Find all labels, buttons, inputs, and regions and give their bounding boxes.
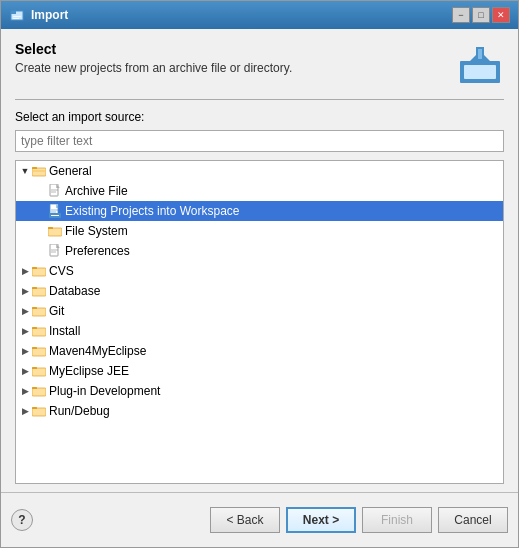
header-section: Select Create new projects from an archi… <box>15 41 504 89</box>
svg-rect-30 <box>32 288 46 296</box>
footer-left: ? <box>11 509 33 531</box>
svg-rect-40 <box>32 388 46 396</box>
tree-label-general: General <box>49 164 92 178</box>
tree-icon-install <box>32 325 46 337</box>
maximize-button[interactable]: □ <box>472 7 490 23</box>
tree-label-cvs: CVS <box>49 264 74 278</box>
tree-item-maven4myeclipse[interactable]: ▶ Maven4MyEclipse <box>16 341 503 361</box>
footer: ? < Back Next > Finish Cancel <box>1 492 518 547</box>
tree-item-myeclipse-jee[interactable]: ▶ MyEclipse JEE <box>16 361 503 381</box>
svg-rect-2 <box>13 16 21 17</box>
tree-label-run-debug: Run/Debug <box>49 404 110 418</box>
tree-icon-general <box>32 165 46 177</box>
cancel-button[interactable]: Cancel <box>438 507 508 533</box>
tree-label-plugin-dev: Plug-in Development <box>49 384 160 398</box>
tree-label-maven4myeclipse: Maven4MyEclipse <box>49 344 146 358</box>
tree-item-archive-file[interactable]: Archive File <box>16 181 503 201</box>
back-button[interactable]: < Back <box>210 507 280 533</box>
svg-rect-3 <box>13 18 19 19</box>
svg-rect-37 <box>32 347 37 349</box>
tree-icon-maven4myeclipse <box>32 345 46 357</box>
import-dialog: Import − □ ✕ Select Create new projects … <box>0 0 519 548</box>
title-bar: Import − □ ✕ <box>1 1 518 29</box>
svg-rect-5 <box>464 65 496 79</box>
tree-arrow-install[interactable]: ▶ <box>20 326 30 336</box>
svg-rect-36 <box>32 348 46 356</box>
svg-rect-29 <box>32 267 37 269</box>
help-button[interactable]: ? <box>11 509 33 531</box>
tree-item-general[interactable]: ▼ General <box>16 161 503 181</box>
finish-button[interactable]: Finish <box>362 507 432 533</box>
tree-arrow-preferences <box>36 246 46 256</box>
tree-label-git: Git <box>49 304 64 318</box>
svg-rect-22 <box>48 228 62 236</box>
tree-arrow-cvs[interactable]: ▶ <box>20 266 30 276</box>
tree-item-plugin-dev[interactable]: ▶ Plug-in Development <box>16 381 503 401</box>
svg-rect-35 <box>32 327 37 329</box>
tree-icon-preferences <box>48 245 62 257</box>
tree-label-existing-projects: Existing Projects into Workspace <box>65 204 240 218</box>
svg-rect-31 <box>32 287 37 289</box>
tree-label-myeclipse-jee: MyEclipse JEE <box>49 364 129 378</box>
tree-arrow-git[interactable]: ▶ <box>20 306 30 316</box>
tree-arrow-maven4myeclipse[interactable]: ▶ <box>20 346 30 356</box>
svg-rect-10 <box>32 167 37 169</box>
tree-item-cvs[interactable]: ▶ CVS <box>16 261 503 281</box>
tree-container[interactable]: ▼ General Archive File Existing Projects… <box>15 160 504 484</box>
tree-arrow-myeclipse-jee[interactable]: ▶ <box>20 366 30 376</box>
svg-rect-23 <box>48 227 53 229</box>
filter-input[interactable] <box>15 130 504 152</box>
svg-rect-41 <box>32 387 37 389</box>
tree-icon-git <box>32 305 46 317</box>
tree-item-database[interactable]: ▶ Database <box>16 281 503 301</box>
next-button[interactable]: Next > <box>286 507 356 533</box>
svg-rect-33 <box>32 307 37 309</box>
tree-icon-file-system <box>48 225 62 237</box>
header-divider <box>15 99 504 100</box>
svg-rect-43 <box>32 407 37 409</box>
tree-icon-myeclipse-jee <box>32 365 46 377</box>
tree-label-install: Install <box>49 324 80 338</box>
tree-item-install[interactable]: ▶ Install <box>16 321 503 341</box>
svg-rect-42 <box>32 408 46 416</box>
header-text: Select Create new projects from an archi… <box>15 41 448 75</box>
tree-icon-cvs <box>32 265 46 277</box>
tree-arrow-database[interactable]: ▶ <box>20 286 30 296</box>
tree-label-preferences: Preferences <box>65 244 130 258</box>
tree-arrow-general[interactable]: ▼ <box>20 166 30 176</box>
tree-arrow-plugin-dev[interactable]: ▶ <box>20 386 30 396</box>
svg-rect-1 <box>11 11 16 14</box>
tree-item-existing-projects[interactable]: Existing Projects into Workspace <box>16 201 503 221</box>
tree-icon-plugin-dev <box>32 385 46 397</box>
tree-item-git[interactable]: ▶ Git <box>16 301 503 321</box>
tree-arrow-file-system <box>36 226 46 236</box>
svg-rect-39 <box>32 367 37 369</box>
svg-rect-8 <box>478 49 482 59</box>
svg-rect-34 <box>32 328 46 336</box>
dialog-title: Select <box>15 41 448 57</box>
title-bar-icon <box>9 7 25 23</box>
tree-label-file-system: File System <box>65 224 128 238</box>
svg-rect-28 <box>32 268 46 276</box>
svg-rect-32 <box>32 308 46 316</box>
title-bar-title: Import <box>31 8 452 22</box>
svg-rect-38 <box>32 368 46 376</box>
header-icon <box>456 41 504 89</box>
tree-arrow-archive-file <box>36 186 46 196</box>
tree-arrow-run-debug[interactable]: ▶ <box>20 406 30 416</box>
tree-icon-run-debug <box>32 405 46 417</box>
minimize-button[interactable]: − <box>452 7 470 23</box>
tree-icon-database <box>32 285 46 297</box>
tree-arrow-existing-projects <box>36 206 46 216</box>
dialog-description: Create new projects from an archive file… <box>15 61 448 75</box>
tree-icon-archive-file <box>48 185 62 197</box>
tree-item-file-system[interactable]: File System <box>16 221 503 241</box>
tree-icon-existing-projects <box>48 205 62 217</box>
title-bar-controls: − □ ✕ <box>452 7 510 23</box>
tree-item-run-debug[interactable]: ▶ Run/Debug <box>16 401 503 421</box>
dialog-content: Select Create new projects from an archi… <box>1 29 518 484</box>
close-button[interactable]: ✕ <box>492 7 510 23</box>
tree-item-preferences[interactable]: Preferences <box>16 241 503 261</box>
tree-label-archive-file: Archive File <box>65 184 128 198</box>
svg-rect-9 <box>32 168 46 176</box>
